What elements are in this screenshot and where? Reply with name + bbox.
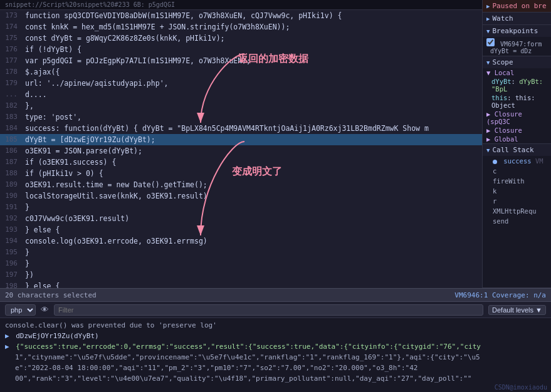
data-expand-icon[interactable]: ▶	[5, 343, 9, 351]
console-expand-row[interactable]: ▶ dDzwEjOYr19Zu(dYyBt)	[5, 331, 546, 341]
eye-icon[interactable]: 👁	[41, 305, 49, 314]
triangle-icon: ▶	[486, 3, 490, 9]
line-number: 195	[0, 247, 23, 258]
cs-r[interactable]: r	[483, 196, 551, 206]
line-number: 191	[0, 202, 23, 213]
console-area: php 👁 Default levels ▼ console.clear() w…	[0, 302, 551, 392]
cs-k[interactable]: k	[483, 186, 551, 196]
line-content: localStorageUtil.save(knkK, o3EK91.resul…	[23, 190, 482, 202]
line-number: 198	[0, 281, 23, 288]
closure1-group[interactable]: ▶ Closure (spQ3C	[483, 110, 551, 126]
cs-triangle-icon: ▼	[486, 147, 490, 153]
line-content: o3EK91.result.time = new Date().getTime(…	[23, 179, 482, 190]
bottom-toolbar: 20 characters selected VM6946:1 Coverage…	[0, 288, 551, 302]
code-editor: snippet://Script%20snippet%20#233 6B: p5…	[0, 0, 482, 288]
right-panel: ▶ Paused on bre ▶ Watch ▼ Breakpoints VM…	[482, 0, 551, 288]
levels-button[interactable]: Default levels ▼	[488, 305, 546, 315]
code-line: 177 var p5gdQGI = pOJzEgpKp7A7LI(m1S1HM9…	[0, 55, 482, 66]
watch-triangle-icon: ▶	[486, 16, 490, 22]
local-group[interactable]: ▼ Local	[483, 68, 551, 77]
line-content: d....	[23, 89, 482, 100]
line-content: var p5gdQGI = pOJzEgpKp7A7LI(m1S1HM97E, …	[23, 55, 482, 66]
code-line: 197 })	[0, 269, 482, 281]
filter-input[interactable]	[54, 304, 483, 316]
this-value: this: this: Object	[483, 93, 551, 110]
code-line: 189 o3EK91.result.time = new Date().getT…	[0, 179, 482, 190]
code-line: 190 localStorageUtil.save(knkK, o3EK91.r…	[0, 190, 482, 202]
line-content: function spQ3CDTGeVDIYD8aDbW(m1S1HM97E, …	[23, 10, 482, 21]
paused-header: ▶ Paused on bre	[483, 0, 551, 12]
code-line: 198 } else {	[0, 281, 482, 288]
line-content: } else {	[23, 281, 482, 288]
cs-success[interactable]: success VM	[483, 156, 551, 166]
main-area: snippet://Script%20snippet%20#233 6B: p5…	[0, 0, 551, 288]
code-line: 187 if (o3EK91.success) {	[0, 157, 482, 168]
line-number: 185	[0, 134, 23, 145]
line-number: 197	[0, 269, 23, 281]
code-line: 192 c0J7Vww9c(o3EK91.result)	[0, 213, 482, 224]
console-data-line-1: ▶ {"success":true,"errcode":0,"errmsg":"…	[5, 341, 546, 352]
line-number: 182	[0, 100, 23, 111]
cs-c[interactable]: c	[483, 166, 551, 176]
bp-item[interactable]: VM6947:form dYyBt = dDz	[483, 37, 551, 56]
code-line: 175 const dYyBt = g8WqyC2K86z8Ze0s(knkK,…	[0, 33, 482, 44]
bp-checkbox[interactable]	[486, 38, 495, 46]
line-number: 173	[0, 10, 23, 21]
breakpoints-header[interactable]: ▼ Breakpoints	[483, 25, 551, 37]
code-line: 184 success: function(dYyBt) { dYyBt = "…	[0, 123, 482, 134]
code-line: 178 $.ajax({	[0, 66, 482, 78]
cs-send[interactable]: send	[483, 216, 551, 226]
scope-header[interactable]: ▼ Scope	[483, 56, 551, 68]
line-content: dYyBt = [dDzwEjOYr19Zu(dYyBt);	[23, 134, 482, 145]
line-content: $.ajax({	[23, 66, 482, 78]
line-content: type: 'post',	[23, 111, 482, 123]
line-content: url: '../apinew/aqistudyapi.php',	[23, 78, 482, 89]
code-line: 186 o3EK91 = JSON.parse(dYyBt);	[0, 145, 482, 157]
console-toolbar: php 👁 Default levels ▼	[0, 302, 551, 318]
line-content: }	[23, 258, 482, 269]
cs-xmlhttp[interactable]: XMLHttpRequ	[483, 206, 551, 216]
closure2-group[interactable]: ▶ Closure	[483, 126, 551, 135]
code-line: 196 }	[0, 258, 482, 269]
bp-triangle-icon: ▼	[486, 28, 490, 34]
line-content: }	[23, 202, 482, 213]
code-lines-container: 173function spQ3CDTGeVDIYD8aDbW(m1S1HM97…	[0, 10, 482, 288]
line-number: 187	[0, 157, 23, 168]
line-number: 192	[0, 213, 23, 224]
console-log-1: console.clear() was prevented due to 'pr…	[5, 320, 546, 331]
global-group[interactable]: ▶ Global	[483, 135, 551, 143]
line-number: 175	[0, 33, 23, 44]
line-content: if (o3EK91.success) {	[23, 157, 482, 168]
console-data-line-2: 1","cityname":"\u5e7f\u5dde","provincena…	[5, 352, 546, 363]
cs-firewith[interactable]: fireWith	[483, 176, 551, 186]
line-number: 188	[0, 168, 23, 179]
selection-info: 20 characters selected	[5, 291, 454, 299]
line-number: 176	[0, 44, 23, 55]
expand-arrow-icon[interactable]: ▶	[5, 332, 9, 340]
code-line: 176 if (!dYyBt) {	[0, 44, 482, 55]
line-number: 196	[0, 258, 23, 269]
callstack-header[interactable]: ▼ Call Stack	[483, 144, 551, 156]
line-number: 189	[0, 179, 23, 190]
cs-dot-icon	[493, 160, 497, 164]
line-number: 178	[0, 66, 23, 78]
code-line: 188 if (pHIki1v > 0) {	[0, 168, 482, 179]
dybt-value: dYyBt: dYyBt: "BpL	[483, 77, 551, 93]
code-line: 194 console.log(o3EK91.errcode, o3EK91.e…	[0, 235, 482, 247]
code-line: 183 type: 'post',	[0, 111, 482, 123]
code-line: 191 }	[0, 202, 482, 213]
code-line: 173function spQ3CDTGeVDIYD8aDbW(m1S1HM97…	[0, 10, 482, 21]
scope-triangle-icon: ▼	[486, 59, 490, 66]
console-content: console.clear() was prevented due to 'pr…	[0, 318, 551, 392]
line-number: 184	[0, 123, 23, 134]
line-content: if (!dYyBt) {	[23, 44, 482, 55]
lang-select[interactable]: php	[5, 304, 36, 316]
line-content: } else {	[23, 224, 482, 235]
watch-header[interactable]: ▶ Watch	[483, 13, 551, 24]
watermark: CSDN@imoxiaodu	[495, 384, 547, 391]
coverage-info[interactable]: VM6946:1 Coverage: n/a	[454, 291, 546, 299]
line-number: 194	[0, 235, 23, 247]
code-line: 195 }	[0, 247, 482, 258]
code-line: ... d....	[0, 89, 482, 100]
line-content: })	[23, 269, 482, 281]
